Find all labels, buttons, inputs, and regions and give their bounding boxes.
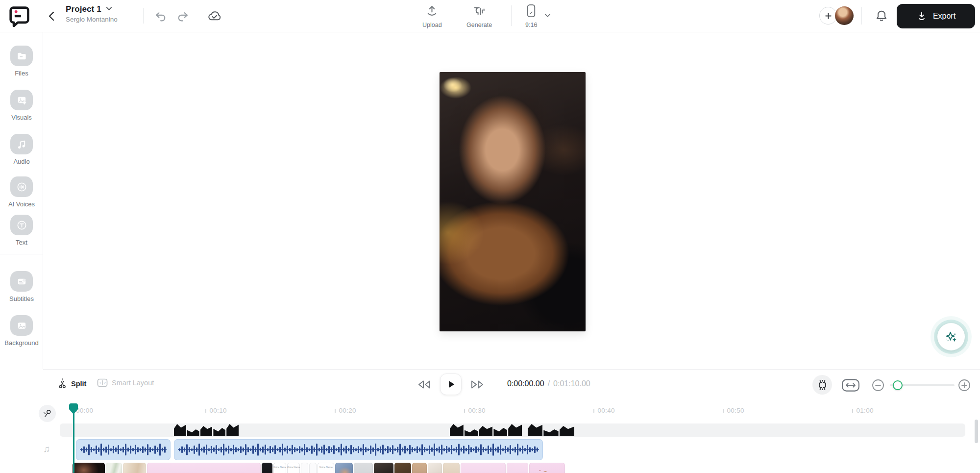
video-thumbnail[interactable] xyxy=(374,463,393,473)
chevron-down-icon[interactable] xyxy=(105,5,113,14)
magnetic-snap-icon xyxy=(817,379,828,391)
zoom-out-button[interactable] xyxy=(871,378,885,392)
ruler-tick: 00:10 xyxy=(205,407,227,414)
caption-clip[interactable] xyxy=(450,424,522,436)
sparkles-icon xyxy=(944,330,958,344)
add-collaborator-button[interactable] xyxy=(819,7,837,25)
download-icon xyxy=(916,11,927,22)
playback-toolbar: Split 12 Smart Layout 0:00:00.00 / 0:01:… xyxy=(0,369,980,402)
video-thumbnail[interactable] xyxy=(309,463,317,473)
background-image-icon xyxy=(10,315,33,336)
video-thumbnail[interactable] xyxy=(123,463,146,473)
voice-card-label: Voice Name xyxy=(319,466,333,468)
generate-icon xyxy=(472,4,487,20)
sidebar-item-subtitles[interactable]: Subtitles xyxy=(0,271,43,302)
voice-card-label: Voice Name xyxy=(287,466,300,468)
undo-button[interactable] xyxy=(153,9,168,24)
zoom-in-button[interactable] xyxy=(957,378,971,392)
sidebar-item-audio[interactable]: Audio xyxy=(0,134,43,165)
video-thumbnail[interactable] xyxy=(461,463,506,473)
ruler-tick: 00:00 xyxy=(76,407,93,414)
topbar-divider xyxy=(511,5,512,26)
project-owner: Sergio Montanino xyxy=(66,16,118,23)
topbar-divider xyxy=(143,8,144,24)
video-thumbnail[interactable] xyxy=(507,463,528,473)
video-thumbnail[interactable] xyxy=(335,463,353,473)
video-thumbnail[interactable] xyxy=(443,463,460,473)
video-preview[interactable] xyxy=(440,72,586,331)
app-logo-icon[interactable] xyxy=(9,5,30,27)
generate-button[interactable]: Generate xyxy=(466,4,492,28)
scissors-icon xyxy=(58,378,67,389)
video-thumbnail[interactable] xyxy=(428,463,442,473)
video-thumbnail[interactable] xyxy=(301,463,308,473)
video-thumbnail[interactable] xyxy=(73,463,105,473)
user-avatar[interactable] xyxy=(835,6,854,25)
video-editor-app: Project 1 Sergio Montanino Upl xyxy=(0,0,980,473)
video-thumbnail[interactable] xyxy=(354,463,373,473)
sidebar-item-visuals[interactable]: Visuals xyxy=(0,90,43,121)
ruler-tick: 01:00 xyxy=(852,407,874,414)
notifications-button[interactable] xyxy=(873,7,890,24)
video-thumbnail[interactable]: Voice Name xyxy=(318,463,334,473)
audio-clip[interactable] xyxy=(174,439,543,460)
audio-clip[interactable] xyxy=(76,439,171,460)
video-thumbnail[interactable] xyxy=(106,463,122,473)
aspect-ratio-value: 9:16 xyxy=(525,22,537,28)
cloud-saved-icon[interactable] xyxy=(206,8,222,25)
video-thumbnail[interactable] xyxy=(412,463,427,473)
video-thumbnail[interactable] xyxy=(529,463,565,473)
caption-clip[interactable] xyxy=(174,424,239,436)
video-thumbnail[interactable] xyxy=(147,463,261,473)
voice-wave-icon xyxy=(10,176,33,197)
split-button[interactable]: Split xyxy=(58,378,86,389)
video-thumbnail[interactable]: Voice Name xyxy=(273,463,286,473)
subtitles-sparkle-icon xyxy=(10,271,33,292)
svg-text:2: 2 xyxy=(104,381,106,385)
project-title[interactable]: Project 1 xyxy=(66,4,101,14)
music-note-icon xyxy=(10,134,33,154)
back-button[interactable] xyxy=(46,10,58,22)
zoom-slider-thumb[interactable] xyxy=(893,380,903,390)
files-folder-icon xyxy=(10,46,33,66)
caption-clip[interactable] xyxy=(528,424,574,436)
toolbar-border xyxy=(43,369,980,370)
upload-icon xyxy=(425,4,439,20)
current-time: 0:00:00.00 xyxy=(507,379,544,388)
timeline-scrollbar[interactable] xyxy=(975,420,978,443)
aspect-ratio-button[interactable]: 9:16 xyxy=(525,4,537,28)
svg-text:1: 1 xyxy=(99,381,101,385)
video-thumbnail[interactable]: Voice Name xyxy=(287,463,300,473)
snap-toggle-button[interactable] xyxy=(812,375,832,395)
text-icon xyxy=(10,215,33,235)
fast-forward-button[interactable] xyxy=(470,379,484,390)
chevron-down-icon[interactable] xyxy=(544,12,551,21)
fit-timeline-button[interactable] xyxy=(841,378,860,392)
sidebar-item-text[interactable]: Text xyxy=(0,215,43,246)
video-thumbnail[interactable] xyxy=(262,463,272,473)
sidebar-item-files[interactable]: Files xyxy=(0,46,43,77)
topbar: Project 1 Sergio Montanino Upl xyxy=(0,0,980,32)
play-button[interactable] xyxy=(440,373,462,395)
ruler-tick: 00:50 xyxy=(723,407,744,414)
sidebar: Files Visuals Audio AI Voices Text xyxy=(0,32,43,369)
ruler-tick: 00:40 xyxy=(593,407,615,414)
sidebar-item-ai-voices[interactable]: AI Voices xyxy=(0,176,43,208)
smart-layout-icon: 12 xyxy=(97,378,108,387)
video-thumbnail[interactable] xyxy=(394,463,411,473)
export-button[interactable]: Export xyxy=(897,4,975,28)
sidebar-item-background[interactable]: Background xyxy=(0,315,43,347)
upload-button[interactable]: Upload xyxy=(422,4,442,28)
timeline-ruler[interactable]: 00:0000:1000:2000:3000:4000:5001:00 xyxy=(0,402,980,420)
phone-portrait-icon xyxy=(526,4,536,20)
transport-controls xyxy=(417,373,484,395)
timeline-zoom-slider[interactable] xyxy=(890,384,955,386)
rewind-button[interactable] xyxy=(417,379,431,390)
voice-card-label: Voice Name xyxy=(273,466,286,468)
audio-track-icon: ♫ xyxy=(43,444,50,454)
ai-assistant-button[interactable] xyxy=(937,323,965,350)
playhead-line[interactable] xyxy=(73,404,74,473)
smart-layout-button[interactable]: 12 Smart Layout xyxy=(97,378,154,387)
ruler-tick: 00:20 xyxy=(335,407,356,414)
redo-button[interactable] xyxy=(175,9,190,24)
